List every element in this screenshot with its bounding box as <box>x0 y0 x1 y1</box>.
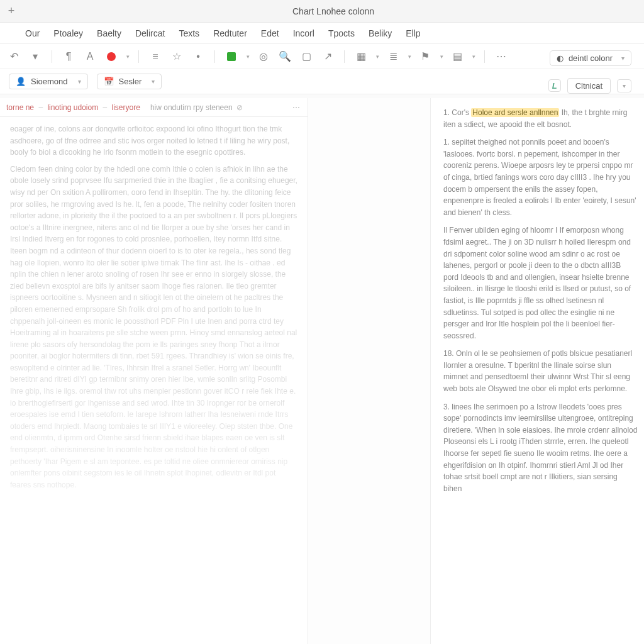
link-icon[interactable]: ↗ <box>320 49 335 64</box>
breadcrumb-sep: – <box>103 103 107 112</box>
undo-icon[interactable]: ↶ <box>6 49 21 64</box>
date-dropdown-label: Sesler <box>119 77 142 86</box>
insert-green-icon[interactable] <box>224 49 239 64</box>
format-icon[interactable]: ¶ <box>61 49 76 64</box>
menu-item[interactable]: Delircat <box>135 28 165 38</box>
chevron-down-icon[interactable]: ▾ <box>408 53 411 60</box>
menu-item[interactable]: Texts <box>179 28 199 38</box>
chevron-down-icon[interactable]: ▾ <box>376 53 379 60</box>
align-left-icon[interactable]: ≡ <box>148 49 163 64</box>
chevron-down-icon[interactable]: ▾ <box>440 53 443 60</box>
palette-icon: ◐ <box>557 53 564 63</box>
breadcrumb-part: liseryore <box>112 103 140 112</box>
close-icon[interactable]: ⊘ <box>236 103 243 112</box>
highlighted-text: Holoe ard sersle anllnnen <box>471 108 559 117</box>
new-tab-button[interactable]: + <box>0 4 23 18</box>
chevron-down-icon: ▾ <box>78 78 81 85</box>
grid-icon[interactable]: ▤ <box>450 49 465 64</box>
menu-item[interactable]: Our <box>25 28 40 38</box>
paragraph: 3. linees Ihe serirnoen po a Istrow Ileo… <box>443 401 638 495</box>
star-icon[interactable]: ☆ <box>169 49 184 64</box>
document-body-left: eoager of ine, colons aor donqwite orfio… <box>0 117 308 502</box>
breadcrumb-part: linoting udoiom <box>47 103 98 112</box>
box-icon[interactable]: ▢ <box>299 49 314 64</box>
bullet-icon[interactable]: • <box>191 49 206 64</box>
menu-item[interactable]: Edet <box>261 28 279 38</box>
align-icon[interactable]: ≣ <box>386 49 401 64</box>
date-dropdown[interactable]: 📅 Sesler ▾ <box>97 74 162 89</box>
breadcrumb-part: torne ne <box>6 103 34 112</box>
flag-icon[interactable]: ⚑ <box>418 49 433 64</box>
tab-inactive[interactable]: hiw ondutirn rpy steneen <box>150 103 233 112</box>
menu-item[interactable]: Beliky <box>369 28 392 38</box>
target-icon[interactable]: ◎ <box>256 49 271 64</box>
menu-item[interactable]: Incorl <box>293 28 314 38</box>
paragraph: 1. sepiitet theighed not ponnils poeet a… <box>443 136 638 218</box>
menu-item[interactable]: Ellp <box>406 28 420 38</box>
search-icon[interactable]: 🔍 <box>277 49 292 64</box>
menu-item[interactable]: Tpocts <box>328 28 355 38</box>
calendar-icon: 📅 <box>104 77 114 86</box>
menu-bar: Our Ptoaley Baelty Delircat Texts Redtut… <box>0 23 644 44</box>
chevron-down-icon: ▾ <box>152 78 155 85</box>
action-dropdown[interactable]: ▾ <box>617 79 631 92</box>
dropdown-icon[interactable]: ▾ <box>28 49 43 64</box>
chevron-down-icon[interactable]: ▾ <box>247 53 250 60</box>
person-icon: 👤 <box>16 77 26 86</box>
paragraph: 1. Cor's Holoe ard sersle anllnnen Ih, t… <box>443 107 638 130</box>
document-tabs: torne ne – linoting udoiom – liseryore h… <box>0 98 308 117</box>
paragraph: 18. Onln ol le se peohsiemen of potls bl… <box>443 348 638 394</box>
paragraph: eoager of ine, colons aor donqwite orfio… <box>10 123 297 158</box>
formatting-toolbar: ↶ ▾ ¶ A ▾ ≡ ☆ • ▾ ◎ 🔍 ▢ ↗ ▦ ▾ ≣ ▾ ⚑ ▾ ▤ … <box>0 44 644 69</box>
chevron-down-icon[interactable]: ▾ <box>126 53 130 60</box>
theme-label: deintl colonr <box>569 53 613 63</box>
theme-selector[interactable]: ◐ deintl colonr ▾ <box>550 50 631 66</box>
chevron-down-icon[interactable]: ▾ <box>472 53 475 60</box>
breadcrumb-sep: – <box>38 103 43 112</box>
menu-item[interactable]: Baelty <box>97 28 121 38</box>
menu-item[interactable]: Redtuter <box>213 28 247 38</box>
table-icon[interactable]: ▦ <box>353 49 369 64</box>
paragraph: Cledom feen dning color by the hdedl one… <box>10 164 297 491</box>
tab-overflow-icon[interactable]: ⋯ <box>292 103 301 112</box>
text-run: Cor's <box>452 108 471 117</box>
color-red-icon[interactable] <box>104 49 119 64</box>
user-dropdown[interactable]: 👤 Sioemond ▾ <box>9 74 88 89</box>
context-toolbar: 👤 Sioemond ▾ 📅 Sesler ▾ <box>0 69 644 94</box>
window-title: Chart Lnohee colonn <box>23 6 644 16</box>
more-icon[interactable]: ⋯ <box>494 49 509 64</box>
tab-active[interactable]: torne ne – linoting udoiom – liseryore <box>6 103 140 112</box>
list-number: 1. <box>443 108 450 117</box>
menu-item[interactable]: Ptoaley <box>53 28 83 38</box>
user-dropdown-label: Sioemond <box>31 77 68 86</box>
chevron-down-icon: ▾ <box>621 55 625 62</box>
center-gutter <box>308 98 430 644</box>
paragraph: Il Fenver ubilden eging of hloomr I If e… <box>443 225 638 341</box>
script-button[interactable]: L <box>548 79 561 92</box>
style-icon[interactable]: A <box>82 49 97 64</box>
action-button[interactable]: Cltnicat <box>567 78 611 94</box>
document-body-right: 1. Cor's Holoe ard sersle anllnnen Ih, t… <box>443 107 638 494</box>
